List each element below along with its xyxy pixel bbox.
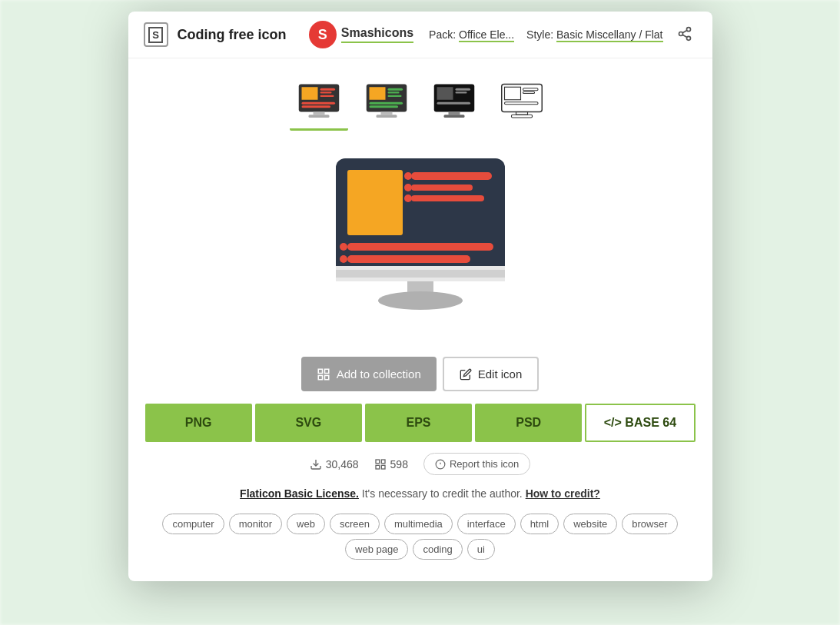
share-icon: [677, 26, 692, 42]
base64-button[interactable]: </> BASE 64: [585, 404, 695, 442]
pack-link[interactable]: Office Ele...: [459, 28, 514, 42]
svg-rect-33: [523, 91, 534, 93]
main-coding-icon: [320, 151, 520, 335]
downloads-stat: 30,468: [310, 458, 359, 470]
tag-item[interactable]: web page: [345, 539, 408, 560]
tag-item[interactable]: multimedia: [384, 514, 453, 534]
svg-rect-9: [320, 95, 334, 97]
modal-title: Coding free icon: [178, 27, 300, 43]
svg-rect-26: [455, 91, 466, 93]
svg-rect-15: [369, 87, 385, 100]
style-link[interactable]: Basic Miscellany / Flat: [556, 28, 662, 42]
smashicons-brand-name: Smashicons: [341, 26, 413, 43]
collections-stat: 598: [374, 458, 408, 470]
header-meta: Pack: Office Ele... Style: Basic Miscell…: [429, 28, 662, 41]
svg-button[interactable]: SVG: [255, 404, 362, 442]
report-label: Report this icon: [450, 458, 519, 470]
thumbnail-filled[interactable]: [423, 71, 485, 132]
svg-rect-55: [318, 375, 322, 379]
svg-rect-58: [376, 460, 380, 464]
svg-rect-19: [369, 102, 403, 105]
tag-item[interactable]: coding: [413, 539, 462, 560]
smashicons-circle-logo: S: [309, 21, 337, 48]
thumbnail-flat-color[interactable]: [356, 71, 417, 132]
svg-rect-6: [301, 87, 317, 100]
share-button[interactable]: [672, 22, 697, 48]
edit-icon-label: Edit icon: [478, 367, 523, 381]
svg-rect-17: [387, 91, 399, 93]
svg-point-48: [340, 255, 347, 263]
eps-button[interactable]: EPS: [365, 404, 472, 442]
add-to-collection-button[interactable]: Add to collection: [301, 357, 437, 391]
svg-point-0: [686, 27, 690, 31]
license-link[interactable]: Flaticon Basic License.: [240, 487, 359, 500]
svg-rect-22: [376, 115, 397, 118]
svg-rect-38: [347, 170, 403, 235]
license-row: Flaticon Basic License. It's necessary t…: [128, 481, 712, 506]
svg-rect-18: [387, 95, 401, 97]
edit-icon-button[interactable]: Edit icon: [443, 357, 540, 391]
svg-point-46: [340, 243, 347, 251]
svg-rect-41: [411, 185, 473, 191]
add-to-collection-label: Add to collection: [337, 367, 421, 381]
svg-rect-43: [411, 195, 484, 201]
smashicons-s-icon: S: [148, 27, 163, 43]
svg-rect-28: [448, 112, 460, 115]
smashicons-icon-box: S: [144, 22, 168, 47]
svg-rect-31: [504, 87, 520, 100]
svg-point-1: [679, 32, 682, 35]
tag-item[interactable]: monitor: [229, 514, 282, 534]
smashicons-logo[interactable]: S Smashicons: [309, 21, 413, 48]
png-button[interactable]: PNG: [145, 404, 252, 442]
svg-rect-60: [376, 465, 380, 469]
svg-rect-32: [523, 88, 538, 91]
svg-rect-25: [455, 88, 470, 91]
thumbnail-color[interactable]: [288, 71, 350, 132]
brand-area: S Smashicons: [309, 21, 413, 48]
svg-rect-47: [347, 255, 470, 263]
stats-row: 30,468 598 Report this icon: [128, 442, 712, 481]
tag-item[interactable]: interface: [457, 514, 516, 534]
tag-item[interactable]: ui: [467, 539, 495, 560]
report-button[interactable]: Report this icon: [423, 453, 530, 475]
svg-rect-36: [511, 115, 532, 118]
svg-rect-27: [437, 102, 470, 105]
thumbnail-outline[interactable]: [491, 71, 553, 132]
svg-rect-39: [411, 172, 492, 180]
svg-rect-59: [381, 460, 385, 464]
svg-point-44: [404, 194, 412, 202]
svg-line-3: [682, 35, 687, 37]
svg-rect-16: [387, 88, 403, 91]
tag-item[interactable]: html: [520, 514, 559, 534]
svg-rect-56: [324, 375, 328, 379]
psd-button[interactable]: PSD: [475, 404, 582, 442]
tag-item[interactable]: website: [563, 514, 617, 534]
svg-point-42: [404, 184, 412, 191]
svg-point-40: [404, 172, 412, 180]
svg-rect-34: [504, 102, 538, 105]
svg-rect-7: [320, 88, 335, 91]
svg-rect-53: [318, 369, 322, 373]
info-icon: [435, 459, 446, 470]
tag-item[interactable]: screen: [330, 514, 380, 534]
action-buttons: Add to collection Edit icon: [128, 347, 712, 404]
svg-rect-13: [308, 115, 329, 118]
how-to-credit-link[interactable]: How to credit?: [526, 487, 600, 500]
tag-item[interactable]: web: [287, 514, 325, 534]
pack-label: Pack: Office Ele...: [429, 28, 514, 41]
modal-dialog: S Coding free icon S Smashicons Pack: Of…: [128, 12, 712, 581]
svg-rect-20: [369, 105, 398, 108]
svg-rect-11: [301, 105, 330, 108]
tags-row: computermonitorwebscreenmultimediainterf…: [128, 506, 712, 563]
tag-item[interactable]: browser: [622, 514, 677, 534]
svg-rect-10: [301, 102, 335, 105]
collection-icon: [317, 367, 330, 381]
tag-item[interactable]: computer: [162, 514, 224, 534]
license-desc-text: It's necessary to credit the author.: [362, 487, 523, 500]
smashicons-initial: S: [318, 27, 327, 43]
thumb-color-icon: [296, 78, 342, 125]
thumbnails-row: [128, 58, 712, 138]
svg-rect-8: [320, 91, 331, 93]
pencil-icon: [460, 368, 472, 381]
svg-line-4: [682, 30, 687, 32]
